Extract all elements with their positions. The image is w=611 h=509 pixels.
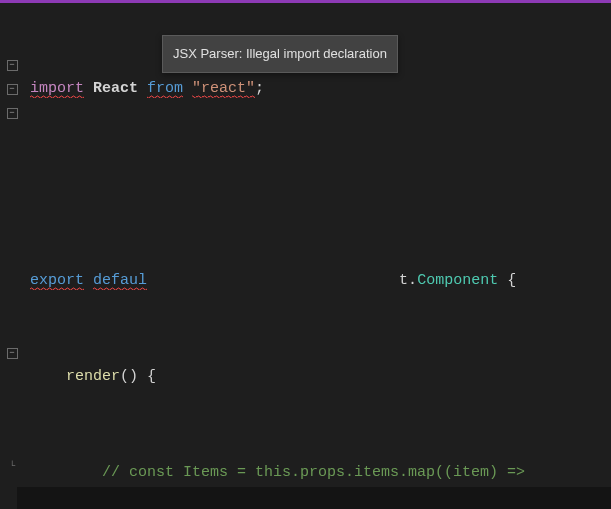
tooltip-text: JSX Parser: Illegal import declaration [173, 46, 387, 61]
fold-toggle[interactable]: − [0, 101, 24, 125]
gutter-row [0, 125, 24, 149]
open-brace: { [147, 368, 156, 385]
type-name: Component [417, 272, 498, 289]
comment: // const Items = this.props.items.map((i… [102, 464, 525, 481]
fold-toggle[interactable]: − [0, 77, 24, 101]
gutter-row [0, 365, 24, 389]
keyword-import: import [30, 80, 84, 98]
code-line: import React from "react"; [30, 77, 605, 101]
gutter-row [0, 221, 24, 245]
gutter-row [0, 5, 24, 29]
semicolon: ; [255, 80, 264, 97]
gutter-row [0, 245, 24, 269]
keyword-from: from [147, 80, 183, 98]
keyword-default: defaul [93, 272, 147, 290]
open-brace: { [507, 272, 516, 289]
gutter-row [0, 293, 24, 317]
fold-end-icon: └ [0, 461, 24, 485]
gutter-row [0, 29, 24, 53]
gutter-row [0, 389, 24, 413]
code-line: export default class Example extends Rea… [30, 269, 605, 293]
identifier: React [93, 80, 138, 97]
fold-toggle[interactable]: − [0, 341, 24, 365]
editor-footer-strip [17, 487, 611, 509]
fold-toggle[interactable]: − [0, 53, 24, 77]
error-tooltip: JSX Parser: Illegal import declaration [162, 35, 398, 73]
method-name: render [66, 368, 120, 385]
code-line-blank [30, 173, 605, 197]
parens: () [120, 368, 138, 385]
code-text-area[interactable]: import React from "react"; export defaul… [24, 3, 611, 509]
dot: . [408, 272, 417, 289]
gutter-row [0, 197, 24, 221]
text-fragment: t [399, 272, 408, 289]
fold-gutter: − − − − └ [0, 3, 24, 509]
gutter-row [0, 413, 24, 437]
code-line: // const Items = this.props.items.map((i… [30, 461, 605, 485]
gutter-row [0, 317, 24, 341]
gutter-row [0, 437, 24, 461]
string-literal: "react" [192, 80, 255, 98]
code-editor: − − − − └ import React from "react"; exp… [0, 3, 611, 509]
code-line: render() { [30, 365, 605, 389]
gutter-row [0, 149, 24, 173]
gutter-row [0, 269, 24, 293]
keyword-export: export [30, 272, 84, 290]
gutter-row [0, 173, 24, 197]
